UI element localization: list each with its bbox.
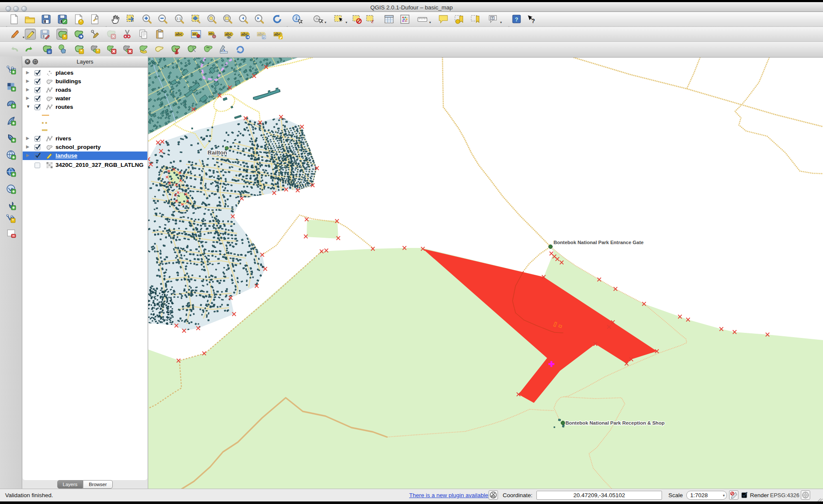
svg-text:ab: ab: [193, 32, 196, 36]
svg-text:Railton: Railton: [208, 149, 227, 156]
svg-text:Bontebok National Park Recepti: Bontebok National Park Reception & Shop: [565, 420, 665, 425]
svg-text:?: ?: [531, 17, 535, 24]
svg-text:ab: ab: [209, 32, 213, 35]
svg-text:*: *: [64, 34, 66, 40]
svg-text:*: *: [80, 48, 82, 55]
svg-text:abc: abc: [176, 32, 182, 36]
svg-text:?: ?: [515, 16, 518, 23]
svg-text:1:1: 1:1: [176, 17, 182, 20]
svg-text:Bontebok National Park Entranc: Bontebok National Park Entrance Gate: [554, 240, 644, 245]
svg-text:abc: abc: [225, 32, 232, 36]
svg-text:e: e: [48, 49, 50, 54]
svg-text:ε: ε: [371, 17, 374, 24]
svg-text:*: *: [12, 218, 14, 223]
svg-text:T: T: [492, 16, 494, 20]
svg-text:*: *: [97, 48, 99, 54]
